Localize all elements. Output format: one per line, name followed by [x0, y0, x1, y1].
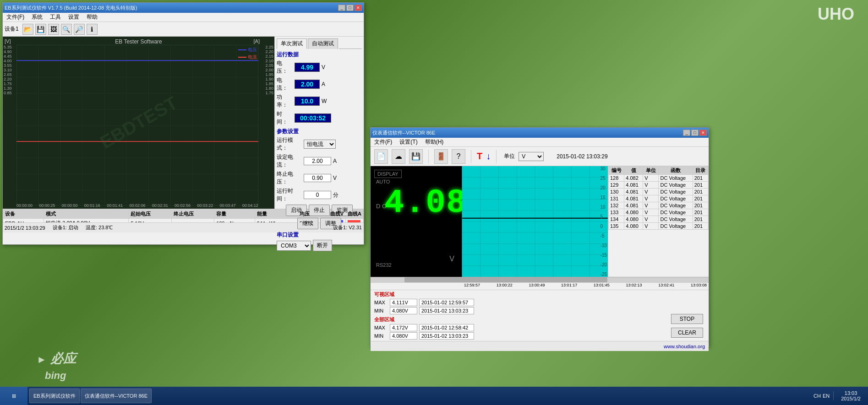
visible-min-time: 2015-01-02 13:03:23 — [419, 307, 474, 314]
victor-table-row: 1314.081VDC Voltage201 — [609, 195, 709, 202]
td-mode: 恒电流 2.00A 0.90V — [44, 219, 129, 223]
clock-date: 2015/1/2 — [841, 396, 861, 401]
toolbar-search-btn[interactable]: 🔍 — [61, 24, 72, 35]
victor-status-bar: www.shoudian.org — [371, 341, 709, 351]
taskbar-items: EB系列测试仪软件 仪表通信软件--VICTOR 86E — [27, 387, 810, 405]
victor-table-row: 1344.080VDC Voltage201 — [609, 216, 709, 223]
victor-table-body: 1284.082VDC Voltage2011294.081VDC Voltag… — [609, 175, 709, 230]
eb-right-panel: 单次测试 自动测试 运行数据 电压： 4.99 V 电流： 2.00 A 功率：… — [274, 37, 364, 209]
victor-menu-file[interactable]: 文件(F) — [372, 137, 394, 147]
eb-tabs: 单次测试 自动测试 — [277, 38, 362, 49]
bing-watermark: ► 必应bing — [37, 350, 76, 382]
continue-button[interactable]: 继续 — [297, 218, 318, 229]
victor-main-content: DISPLAY AUTO D C 4.080 V RS232 — [371, 166, 709, 277]
menu-settings[interactable]: 设置 — [66, 12, 81, 22]
th-start-v: 起始电压 — [129, 210, 171, 219]
toolbar-image-btn[interactable]: 🖼 — [48, 24, 59, 35]
y-axis-right: 2.25 2.20 2.15 2.10 2.05 2.00 1.95 1.90 … — [265, 45, 273, 95]
menu-tools[interactable]: 工具 — [48, 12, 63, 22]
display-rs232: RS232 — [376, 262, 392, 268]
victor-table-row: 1324.081VDC Voltage201 — [609, 202, 709, 209]
run-time-row: 运行时间： 分 — [277, 187, 362, 203]
run-time-input[interactable] — [304, 191, 331, 199]
all-area-title: 全部区域 — [374, 316, 662, 323]
status-device: 设备1: 启动 — [53, 224, 78, 231]
stop-button-victor[interactable]: STOP — [671, 314, 703, 324]
device-label: 设备1 — [5, 25, 19, 33]
victor-maximize-button[interactable]: □ — [691, 130, 699, 136]
victor-title: 仪表通信软件--VICTOR 86E — [372, 130, 683, 136]
menu-system[interactable]: 系统 — [30, 12, 44, 22]
victor-help-btn[interactable]: ? — [452, 149, 465, 164]
tray-ch: CH — [813, 393, 821, 399]
start-button[interactable]: ⊞ — [0, 387, 27, 405]
tab-auto-test[interactable]: 自动测试 — [308, 38, 338, 49]
menu-help[interactable]: 帮助 — [85, 12, 99, 22]
toolbar-save-btn[interactable]: 💾 — [35, 24, 46, 35]
menu-file[interactable]: 文件(F) — [5, 12, 26, 22]
taskbar-tray: CH EN 13:03 2015/1/2 — [810, 390, 868, 401]
victor-table-row: 1294.081VDC Voltage201 — [609, 182, 709, 189]
toolbar-info-btn[interactable]: ℹ — [87, 24, 98, 35]
x-axis: 00:00:00 00:00:25 00:00:50 00:01:16 00:0… — [16, 203, 258, 208]
taskbar-item-eb[interactable]: EB系列测试仪软件 — [29, 389, 80, 403]
victor-save-btn[interactable]: 💾 — [409, 149, 423, 164]
stop-voltage-unit: V — [333, 175, 337, 181]
victor-chart-svg — [462, 166, 608, 277]
set-current-input[interactable] — [304, 157, 331, 165]
toolbar-folder-btn[interactable]: 📂 — [22, 24, 33, 35]
status-temperature: 温度: 23.8℃ — [86, 224, 113, 231]
th-capacity: 容量 — [214, 210, 255, 219]
victor-exit-btn[interactable]: 🚪 — [434, 149, 448, 164]
mode-select[interactable]: 恒电流 — [304, 140, 336, 149]
victor-minimize-button[interactable]: _ — [683, 130, 690, 136]
eb-data-table: 设备 模式 起始电压 终止电压 容量 能量 均压 曲线V 曲线A EBD-AH … — [3, 209, 364, 222]
visible-min-label: MIN — [374, 308, 388, 313]
tab-spacer — [339, 38, 362, 49]
mode-label: 运行模式： — [277, 136, 302, 152]
com-port-select[interactable]: COM3 — [277, 241, 311, 251]
victor-close-button[interactable]: ✕ — [699, 130, 707, 136]
victor-table-row: 1304.081VDC Voltage201 — [609, 189, 709, 195]
eb-toolbar: 设备1 📂 💾 🖼 🔍 🔎 ℹ — [3, 22, 364, 37]
disconnect-button[interactable]: 断开 — [313, 240, 332, 251]
eb-titlebar: EB系列测试仪软件 V1.7.5 (Build 2014-12-08 充电头特别… — [3, 3, 364, 13]
y-axis-left: 5.35 4.90 4.45 4.00 3.55 3.10 2.65 2.20 … — [4, 45, 12, 95]
eb-menubar: 文件(F) 系统 工具 设置 帮助 — [3, 13, 364, 22]
th-dir: 目录 — [693, 167, 708, 175]
stop-voltage-label: 终止电压： — [277, 170, 302, 186]
victor-menubar: 文件(F) 设置(T) 帮助(H) — [371, 138, 709, 147]
visible-max-time: 2015-01-02 12:59:57 — [419, 299, 474, 306]
legend-current: 电流 — [238, 54, 257, 60]
set-current-label: 设定电流： — [277, 153, 302, 169]
victor-table-row: 1334.080VDC Voltage201 — [609, 209, 709, 216]
eb-data-table-container: 设备 模式 起始电压 终止电压 容量 能量 均压 曲线V 曲线A EBD-AH … — [3, 209, 364, 222]
stop-voltage-row: 终止电压： V — [277, 170, 362, 186]
eb-minimize-button[interactable]: _ — [338, 5, 345, 11]
scrollbar-thumb[interactable] — [404, 277, 607, 282]
chart-legend: 电压 电流 — [238, 47, 257, 60]
voltage-label: 电压： — [277, 59, 293, 75]
toolbar-separator3 — [496, 150, 497, 163]
toolbar-zoom-btn[interactable]: 🔎 — [74, 24, 85, 35]
stop-voltage-input[interactable] — [304, 174, 331, 182]
victor-new-btn[interactable]: 📄 — [374, 149, 388, 164]
eb-window-controls: _ □ ✕ — [338, 5, 362, 11]
all-max-time: 2015-01-02 12:58:42 — [419, 324, 474, 331]
eb-close-button[interactable]: ✕ — [355, 5, 362, 11]
visible-min-row: MIN 4.080V 2015-01-02 13:03:23 — [374, 307, 662, 314]
victor-scrollbar[interactable] — [371, 277, 709, 282]
unit-select[interactable]: V — [519, 152, 544, 161]
th-curve-v: 曲线V — [328, 210, 345, 219]
taskbar-victor-label: 仪表通信软件--VICTOR 86E — [85, 393, 147, 400]
victor-open-btn[interactable]: ☁ — [392, 149, 405, 164]
status-datetime: 2015/1/2 13:03:29 — [5, 225, 45, 231]
stop-button[interactable]: 停止 — [309, 205, 330, 216]
tab-single-test[interactable]: 单次测试 — [277, 38, 307, 49]
clear-button-victor[interactable]: CLEAR — [671, 328, 703, 338]
victor-menu-settings[interactable]: 设置(T) — [398, 137, 419, 147]
eb-maximize-button[interactable]: □ — [346, 5, 354, 11]
taskbar-item-victor[interactable]: 仪表通信软件--VICTOR 86E — [81, 389, 152, 403]
victor-menu-help[interactable]: 帮助(H) — [423, 137, 446, 147]
toolbar-separator1 — [428, 150, 429, 163]
